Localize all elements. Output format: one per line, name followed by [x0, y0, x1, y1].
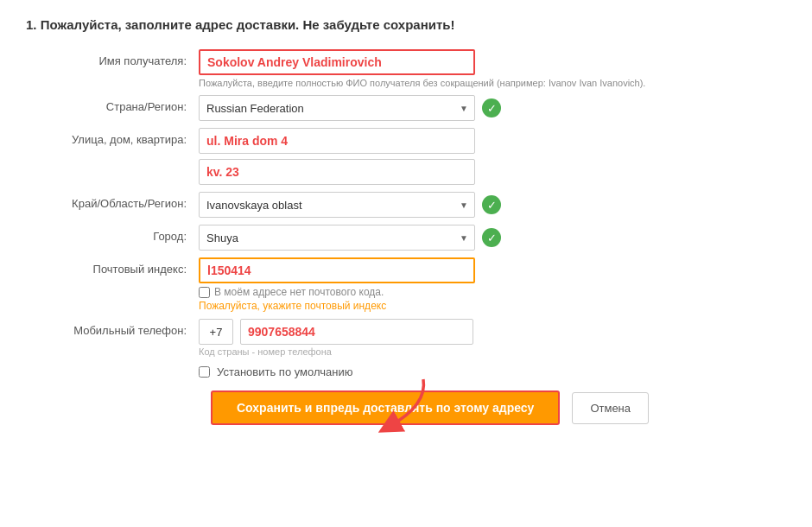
page-title: 1. Пожалуйста, заполните адрес доставки.… — [26, 17, 786, 32]
region-select[interactable]: Ivanovskaya oblast — [199, 192, 475, 218]
region-valid-icon: ✓ — [482, 195, 501, 214]
phone-prefix-input[interactable] — [199, 319, 233, 345]
country-label: Страна/Регион: — [26, 95, 199, 113]
city-select[interactable]: Shuya — [199, 225, 475, 251]
phone-control: Код страны - номер телефона — [199, 319, 786, 357]
cancel-button[interactable]: Отмена — [572, 392, 649, 424]
recipient-hint: Пожалуйста, введите полностью ФИО получа… — [199, 78, 682, 88]
country-row: Страна/Регион: Russian Federation ▼ ✓ — [26, 95, 786, 121]
city-select-wrap: Shuya ▼ — [199, 225, 475, 251]
street-control — [199, 128, 786, 185]
phone-number-input[interactable] — [240, 319, 473, 345]
recipient-control: Пожалуйста, введите полностью ФИО получа… — [199, 49, 786, 88]
postal-error-text: Пожалуйста, укажите почтовый индекс — [199, 300, 786, 312]
street-label: Улица, дом, квартира: — [26, 128, 199, 146]
country-select-wrap: Russian Federation ▼ — [199, 95, 475, 121]
button-row: Сохранить и впредь доставлять по этому а… — [199, 390, 786, 425]
apt-input[interactable] — [199, 159, 475, 185]
postal-label: Почтовый индекс: — [26, 257, 199, 276]
street-input[interactable] — [199, 128, 475, 154]
default-row: Установить по умолчанию — [199, 365, 786, 378]
save-button[interactable]: Сохранить и впредь доставлять по этому а… — [211, 390, 560, 425]
postal-control: В моём адресе нет почтового кода. Пожалу… — [199, 257, 786, 312]
recipient-input[interactable] — [199, 49, 475, 75]
city-row: Город: Shuya ▼ ✓ — [26, 225, 786, 251]
phone-row: Мобильный телефон: Код страны - номер те… — [26, 319, 786, 357]
city-control: Shuya ▼ ✓ — [199, 225, 786, 251]
postal-checkbox-row: В моём адресе нет почтового кода. — [199, 286, 786, 298]
recipient-label: Имя получателя: — [26, 49, 199, 67]
region-label: Край/Область/Регион: — [26, 192, 199, 210]
recipient-row: Имя получателя: Пожалуйста, введите полн… — [26, 49, 786, 88]
default-label: Установить по умолчанию — [217, 365, 352, 378]
city-label: Город: — [26, 225, 199, 243]
country-control: Russian Federation ▼ ✓ — [199, 95, 786, 121]
country-valid-icon: ✓ — [482, 98, 501, 117]
region-row: Край/Область/Регион: Ivanovskaya oblast … — [26, 192, 786, 218]
postal-row: Почтовый индекс: В моём адресе нет почто… — [26, 257, 786, 312]
phone-hint: Код страны - номер телефона — [199, 346, 786, 357]
country-select[interactable]: Russian Federation — [199, 95, 475, 121]
postal-no-code-label: В моём адресе нет почтового кода. — [214, 286, 384, 298]
postal-input[interactable] — [199, 257, 475, 283]
city-valid-icon: ✓ — [482, 228, 501, 247]
postal-no-code-checkbox[interactable] — [199, 287, 210, 298]
default-checkbox[interactable] — [199, 366, 210, 378]
street-row: Улица, дом, квартира: — [26, 128, 786, 185]
phone-label: Мобильный телефон: — [26, 319, 199, 337]
region-select-wrap: Ivanovskaya oblast ▼ — [199, 192, 475, 218]
region-control: Ivanovskaya oblast ▼ ✓ — [199, 192, 786, 218]
